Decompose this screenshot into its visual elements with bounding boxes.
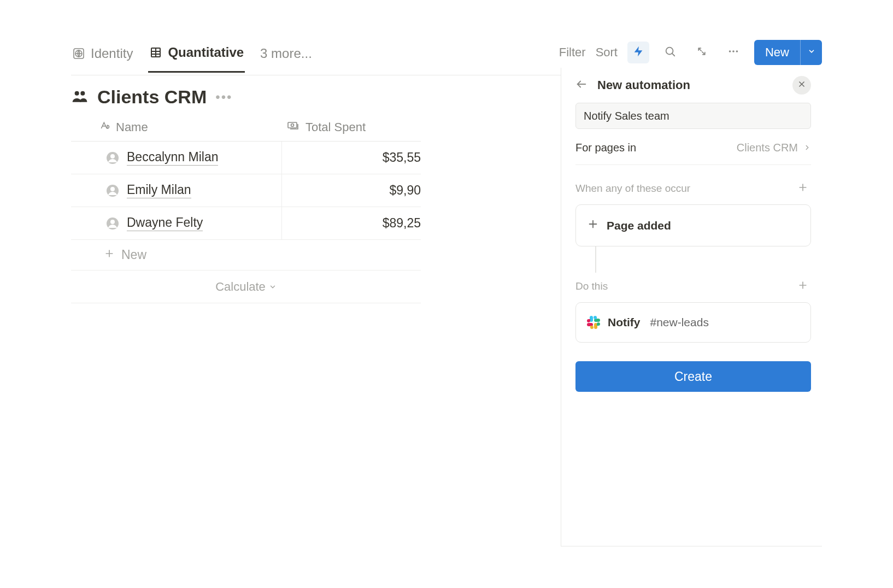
column-header-total-spent[interactable]: Total Spent bbox=[281, 119, 421, 136]
table-icon bbox=[149, 46, 162, 59]
svg-point-18 bbox=[291, 124, 294, 126]
people-icon bbox=[71, 87, 89, 107]
svg-rect-17 bbox=[288, 122, 297, 128]
total-spent-cell: $35,55 bbox=[281, 142, 421, 174]
svg-line-11 bbox=[672, 53, 675, 56]
total-spent-cell: $9,90 bbox=[281, 174, 421, 207]
filter-button[interactable]: Filter bbox=[559, 45, 586, 60]
ellipsis-icon: ••• bbox=[215, 90, 232, 104]
table-row[interactable]: Emily Milan $9,90 bbox=[71, 174, 421, 207]
new-dropdown[interactable] bbox=[800, 40, 822, 65]
plus-icon bbox=[797, 182, 808, 196]
page-title: Clients CRM bbox=[97, 86, 207, 108]
svg-point-14 bbox=[736, 50, 738, 52]
search-icon bbox=[664, 45, 676, 60]
chevron-right-icon bbox=[803, 142, 811, 154]
chevron-down-icon bbox=[269, 280, 277, 294]
arrow-left-icon bbox=[575, 83, 588, 92]
svg-rect-4 bbox=[156, 49, 160, 51]
svg-point-12 bbox=[729, 50, 731, 52]
chevron-down-icon bbox=[808, 48, 815, 57]
close-icon bbox=[798, 80, 806, 90]
text-property-icon bbox=[99, 120, 110, 134]
more-options-button[interactable] bbox=[722, 42, 744, 63]
svg-point-22 bbox=[110, 187, 115, 191]
svg-point-24 bbox=[110, 220, 115, 224]
svg-rect-5 bbox=[152, 52, 155, 54]
svg-point-15 bbox=[75, 91, 79, 95]
add-trigger-button[interactable] bbox=[795, 180, 811, 197]
add-action-button[interactable] bbox=[795, 278, 811, 295]
client-name: Beccalynn Milan bbox=[127, 150, 218, 166]
svg-point-13 bbox=[732, 50, 735, 52]
scope-label: For pages in bbox=[575, 142, 636, 154]
person-icon bbox=[106, 217, 119, 230]
add-row-button[interactable]: New bbox=[71, 240, 421, 271]
action-channel: #new-leads bbox=[650, 316, 709, 329]
lightning-icon bbox=[632, 45, 644, 60]
svg-marker-9 bbox=[634, 46, 643, 56]
tab-label: Identity bbox=[91, 46, 133, 61]
action-section-label: Do this bbox=[575, 280, 608, 292]
search-button[interactable] bbox=[659, 42, 681, 63]
tabs-overflow-label: 3 more... bbox=[260, 46, 312, 61]
new-button[interactable]: New bbox=[754, 40, 800, 65]
scope-selector[interactable]: Clients CRM bbox=[737, 142, 811, 154]
data-table: Name Total Spent Beccalynn Milan $35,55 … bbox=[71, 113, 421, 271]
total-spent-cell: $89,25 bbox=[281, 207, 421, 239]
currency-rollup-icon bbox=[287, 119, 300, 136]
column-header-name[interactable]: Name bbox=[71, 120, 281, 134]
flow-connector bbox=[595, 246, 596, 273]
calculate-button[interactable]: Calculate bbox=[71, 271, 421, 303]
svg-rect-3 bbox=[152, 49, 155, 51]
sort-button[interactable]: Sort bbox=[596, 45, 618, 60]
create-automation-button[interactable]: Create bbox=[575, 361, 811, 392]
trigger-label: Page added bbox=[607, 219, 671, 232]
automation-name-input[interactable] bbox=[575, 103, 811, 129]
action-label: Notify bbox=[608, 316, 641, 329]
table-row[interactable]: Beccalynn Milan $35,55 bbox=[71, 142, 421, 174]
close-panel-button[interactable] bbox=[792, 76, 811, 95]
plus-icon bbox=[797, 280, 808, 293]
globe-grid-icon bbox=[72, 47, 85, 60]
add-row-label: New bbox=[121, 248, 146, 262]
person-icon bbox=[106, 184, 119, 197]
expand-button[interactable] bbox=[691, 42, 713, 63]
page-menu-button[interactable]: ••• bbox=[215, 90, 232, 105]
tab-label: Quantitative bbox=[168, 45, 244, 60]
trigger-card[interactable]: Page added bbox=[575, 204, 811, 246]
tabs-overflow[interactable]: 3 more... bbox=[259, 44, 313, 72]
svg-rect-8 bbox=[156, 55, 160, 56]
tab-identity[interactable]: Identity bbox=[71, 44, 134, 72]
svg-point-16 bbox=[80, 91, 85, 95]
client-name: Dwayne Felty bbox=[127, 215, 203, 231]
ellipsis-icon bbox=[727, 45, 739, 60]
svg-rect-6 bbox=[156, 52, 160, 54]
client-name: Emily Milan bbox=[127, 183, 191, 198]
svg-rect-7 bbox=[152, 55, 155, 56]
trigger-section-label: When any of these occur bbox=[575, 183, 690, 195]
automation-panel: New automation For pages in Clients CRM … bbox=[561, 68, 822, 546]
back-button[interactable] bbox=[575, 78, 588, 92]
table-row[interactable]: Dwayne Felty $89,25 bbox=[71, 207, 421, 240]
expand-diagonal-icon bbox=[696, 46, 707, 59]
plus-icon bbox=[587, 218, 599, 233]
automations-button[interactable] bbox=[627, 42, 649, 63]
panel-title: New automation bbox=[597, 78, 783, 92]
plus-icon bbox=[104, 248, 115, 262]
slack-icon bbox=[587, 316, 600, 329]
tab-quantitative[interactable]: Quantitative bbox=[148, 43, 245, 73]
person-icon bbox=[106, 151, 119, 164]
svg-point-20 bbox=[110, 154, 115, 158]
action-card[interactable]: Notify #new-leads bbox=[575, 302, 811, 343]
